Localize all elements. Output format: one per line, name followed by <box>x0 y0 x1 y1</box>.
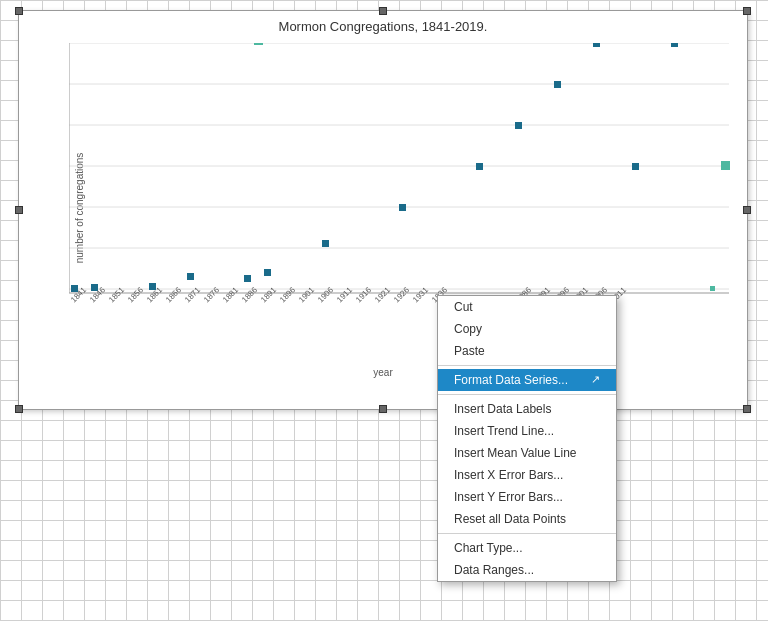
chart-container[interactable]: Mormon Congregations, 1841-2019. number … <box>18 10 748 410</box>
insert-data-labels-menu-item[interactable]: Insert Data Labels <box>438 398 616 420</box>
cut-menu-item[interactable]: Cut <box>438 296 616 318</box>
paste-menu-item[interactable]: Paste <box>438 340 616 362</box>
format-data-series-menu-item[interactable]: Format Data Series... ↗ <box>438 369 616 391</box>
chart-title: Mormon Congregations, 1841-2019. <box>19 11 747 38</box>
svg-text:1866: 1866 <box>164 285 183 304</box>
context-menu: Cut Copy Paste Format Data Series... ↗ I… <box>437 295 617 582</box>
separator-3 <box>438 533 616 534</box>
chart-svg: 0 5000 10000 15000 20000 25000 30000 350… <box>69 43 737 333</box>
svg-text:1861: 1861 <box>145 285 164 304</box>
insert-x-error-bars-menu-item[interactable]: Insert X Error Bars... <box>438 464 616 486</box>
handle-bm[interactable] <box>379 405 387 413</box>
svg-text:1856: 1856 <box>126 285 145 304</box>
handle-br[interactable] <box>743 405 751 413</box>
svg-text:1851: 1851 <box>107 285 126 304</box>
svg-text:1896: 1896 <box>278 285 297 304</box>
reset-data-points-menu-item[interactable]: Reset all Data Points <box>438 508 616 530</box>
insert-y-error-bars-menu-item[interactable]: Insert Y Error Bars... <box>438 486 616 508</box>
svg-rect-33 <box>721 161 730 170</box>
svg-rect-30 <box>632 163 639 170</box>
svg-text:1846: 1846 <box>88 285 107 304</box>
svg-rect-31 <box>671 43 678 47</box>
separator-2 <box>438 394 616 395</box>
svg-text:1876: 1876 <box>202 285 221 304</box>
svg-rect-24 <box>322 240 329 247</box>
chart-type-menu-item[interactable]: Chart Type... <box>438 537 616 559</box>
svg-rect-32 <box>710 286 715 291</box>
svg-text:1926: 1926 <box>392 285 411 304</box>
svg-text:1901: 1901 <box>297 285 316 304</box>
svg-rect-21 <box>244 275 251 282</box>
handle-tl[interactable] <box>15 7 23 15</box>
svg-rect-22 <box>254 43 263 45</box>
svg-rect-20 <box>187 273 194 280</box>
svg-text:1886: 1886 <box>240 285 259 304</box>
svg-rect-28 <box>554 81 561 88</box>
x-axis-label: year <box>373 367 392 378</box>
handle-bl[interactable] <box>15 405 23 413</box>
svg-text:1871: 1871 <box>183 285 202 304</box>
insert-mean-value-line-menu-item[interactable]: Insert Mean Value Line <box>438 442 616 464</box>
svg-rect-25 <box>399 204 406 211</box>
insert-trend-line-menu-item[interactable]: Insert Trend Line... <box>438 420 616 442</box>
copy-menu-item[interactable]: Copy <box>438 318 616 340</box>
svg-text:1891: 1891 <box>259 285 278 304</box>
svg-text:1911: 1911 <box>335 285 354 304</box>
spreadsheet: Mormon Congregations, 1841-2019. number … <box>0 0 768 621</box>
svg-rect-27 <box>515 122 522 129</box>
svg-text:1881: 1881 <box>221 285 240 304</box>
cursor-glyph: ↗ <box>591 373 600 386</box>
separator-1 <box>438 365 616 366</box>
svg-text:1921: 1921 <box>373 285 392 304</box>
handle-tr[interactable] <box>743 7 751 15</box>
svg-text:1916: 1916 <box>354 285 373 304</box>
svg-text:1906: 1906 <box>316 285 335 304</box>
svg-rect-29 <box>593 43 600 47</box>
svg-rect-26 <box>476 163 483 170</box>
svg-text:1931: 1931 <box>411 285 430 304</box>
data-ranges-menu-item[interactable]: Data Ranges... <box>438 559 616 581</box>
svg-rect-23 <box>264 269 271 276</box>
handle-tm[interactable] <box>379 7 387 15</box>
